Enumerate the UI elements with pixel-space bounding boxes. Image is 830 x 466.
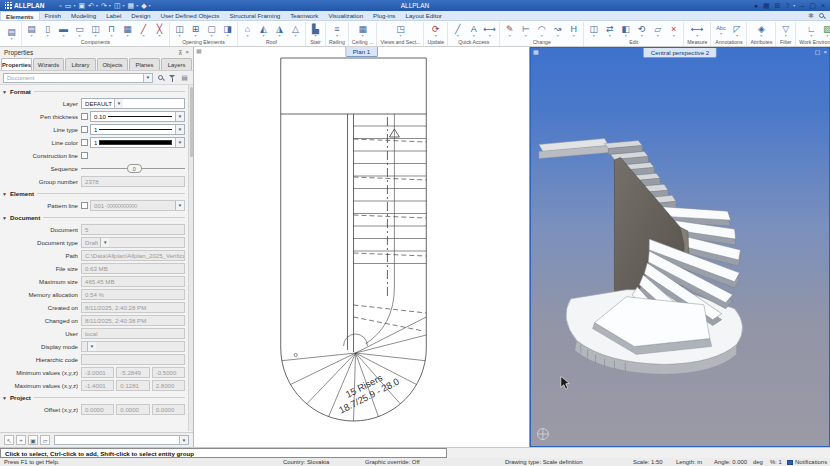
clipboard-tool-icon[interactable]: ▣ [28,435,38,445]
apps-grid-icon[interactable]: ▦ [763,2,770,9]
mirror-icon[interactable]: ◧▾ [618,25,633,37]
leader-icon[interactable]: ◸▾ [729,25,744,37]
line-type-checkbox[interactable] [81,126,88,133]
store-icon[interactable]: ⊞ [775,2,781,9]
slab-icon[interactable]: ▦▾ [120,25,135,37]
line-color-dropdown[interactable]: 1▼ [90,137,185,148]
move-icon[interactable]: ⇄▾ [602,25,617,37]
trim-icon[interactable]: ⊢▾ [518,25,533,37]
palette-tab-objects[interactable]: Objects [97,58,128,70]
search-icon[interactable] [819,12,824,19]
roof-frame-icon[interactable]: ◭▾ [256,25,271,37]
chevron-down-icon[interactable]: ▼ [175,112,184,121]
restore-button[interactable]: ▢ [809,2,816,9]
menu-tab-visualization[interactable]: Visualization [323,11,368,20]
update-3d-icon[interactable]: ⟳▾ [428,25,443,37]
menu-tab-layout-editor[interactable]: Layout Editor [400,11,446,20]
door-icon[interactable]: ◫▾ [172,25,187,37]
roof-covering-icon[interactable]: ◮▾ [272,25,287,37]
close-button[interactable]: × [821,2,825,9]
open-icon[interactable]: ▭ [65,2,72,9]
railing-icon[interactable]: ≡▾ [329,25,344,37]
chevron-down-icon[interactable]: ▼ [175,125,184,134]
section-header-document[interactable]: ▼Document [2,212,185,223]
menu-tab-plug-ins[interactable]: Plug-ins [368,11,400,20]
list-settings-icon[interactable]: ▤ [180,74,189,82]
pointer-tool-icon[interactable]: ↖ [4,435,14,445]
filter-icon[interactable]: ▽▾ [778,25,793,37]
rotate-icon[interactable]: ⟲▾ [634,25,649,37]
palette-tab-layers[interactable]: Layers [161,58,192,70]
settings-gear-icon[interactable]: ✱ [808,12,814,19]
delete-component-icon[interactable]: ╳▾ [152,25,167,37]
user-account-icon[interactable]: ● [754,2,758,9]
menu-tab-modeling[interactable]: Modeling [66,11,101,20]
window-icon[interactable]: ⊞▾ [188,25,203,37]
modify-line-icon[interactable]: ✎▾ [502,25,517,37]
upstand-beam-icon[interactable]: ▭▾ [72,25,87,37]
perspective-viewport[interactable]: Central perspective 2 ▦ ▢ × [530,47,830,447]
palette-tab-properties[interactable]: Properties [1,58,32,70]
redo-icon[interactable]: ↷ [101,2,107,9]
plan-viewport-tab[interactable]: Plan 1 [345,47,379,57]
menu-tab-structural-framing[interactable]: Structural Framing [224,11,285,20]
measure-icon[interactable]: ⟷▾ [690,25,705,37]
menu-tab-finish[interactable]: Finish [40,11,67,20]
pen-thickness-checkbox[interactable] [81,113,88,120]
line-icon[interactable]: ╱▾ [450,25,465,37]
pattern-line-checkbox[interactable] [81,202,88,209]
axis-icon[interactable]: ∟▾ [804,25,819,37]
search-icon[interactable] [156,74,165,82]
smart-opening-icon[interactable]: ◨▾ [220,25,235,37]
scale-icon[interactable]: ▱▾ [650,25,665,37]
height-icon[interactable]: H▾ [566,25,581,37]
ceiling-icon[interactable]: ▦▾ [355,25,370,37]
stretch-icon[interactable]: ↝▾ [550,25,565,37]
stair-icon[interactable]: ▙▾ [308,25,323,37]
roof-plane-icon[interactable]: ⌂▾ [240,25,255,37]
quick-selection-combobox[interactable]: ▼ [54,435,189,445]
menu-tab-user-defined-objects[interactable]: User Defined Objects [156,11,225,20]
modify-component-icon[interactable]: ╱▾ [136,25,151,37]
viewport-menu-icon[interactable]: ▦ [533,49,539,55]
sequence-slider-knob[interactable]: 0 [127,164,142,173]
section-header-element[interactable]: ▼Element [2,188,185,199]
help-icon[interactable]: ? [785,2,789,9]
viewport-close-icon[interactable]: × [823,49,827,55]
chevron-down-icon[interactable]: ▾ [109,3,111,8]
palette-tab-library[interactable]: Library [65,58,96,70]
palette-tab-wizards[interactable]: Wizards [33,58,64,70]
fillet-icon[interactable]: ◠▾ [534,25,549,37]
crosshair-tool-icon[interactable]: + [16,435,26,445]
section-header-format[interactable]: ▼Format [2,86,185,97]
section-header-project[interactable]: ▼Project [2,392,185,403]
layer-dropdown[interactable]: DEFAULT▼ [81,98,185,109]
delete-icon[interactable]: ×▾ [666,25,681,37]
chevron-down-icon[interactable]: ▼ [179,436,188,444]
column-icon[interactable]: ▯▾ [40,25,55,37]
chevron-down-icon[interactable]: ▾ [96,3,98,8]
recess-icon[interactable]: ⊓▾ [104,25,119,37]
close-panel-icon[interactable]: × [185,49,189,56]
views-icon[interactable]: ▦ [128,2,135,9]
minimize-button[interactable]: – [800,2,804,9]
scrollbar-thumb[interactable] [190,87,193,157]
new-document-icon[interactable]: ▫ [59,2,61,9]
status-notifications[interactable]: Notifications [787,458,827,466]
palette-scrollbar[interactable] [188,85,193,431]
copy-icon[interactable]: ◫ [114,2,121,9]
chevron-down-icon[interactable]: ▾ [73,3,75,8]
palette-tab-planes[interactable]: Planes [129,58,160,70]
attributes-icon[interactable]: ◈▾ [754,25,769,37]
construction-line-checkbox[interactable] [81,152,88,159]
chevron-down-icon[interactable]: ▾ [136,3,138,8]
menu-tab-label[interactable]: Label [101,11,126,20]
sequence-slider[interactable]: 0 [81,163,185,174]
views-sections-icon[interactable]: ◳▾ [393,25,408,37]
perspective-viewport-tab[interactable]: Central perspective 2 [643,48,717,58]
line-color-checkbox[interactable] [81,139,88,146]
text-icon[interactable]: A▾ [466,25,481,37]
save-icon[interactable]: ▣ [78,2,85,9]
chevron-down-icon[interactable]: ▼ [175,138,184,147]
menu-tab-design[interactable]: Design [126,11,155,20]
